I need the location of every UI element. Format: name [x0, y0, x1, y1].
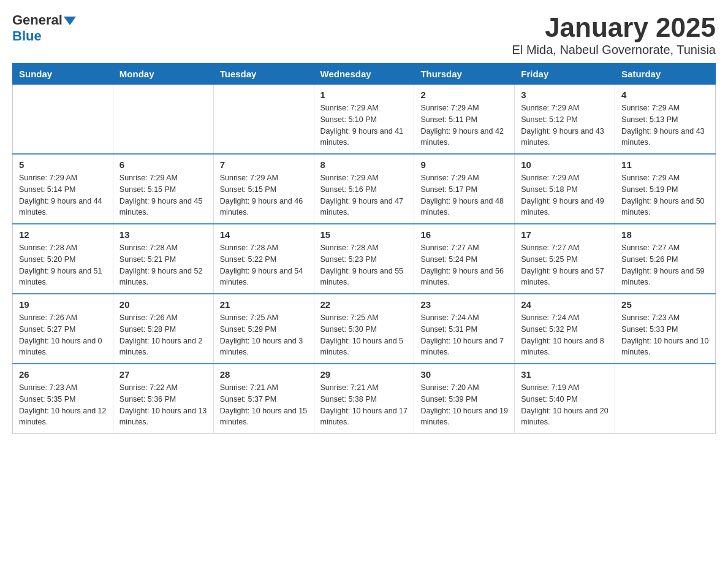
- day-number: 19: [19, 299, 107, 310]
- calendar-title: January 2025: [512, 12, 716, 43]
- day-number: 23: [420, 299, 508, 310]
- calendar-cell: 5Sunrise: 7:29 AM Sunset: 5:14 PM Daylig…: [13, 154, 113, 224]
- header-tuesday: Tuesday: [213, 64, 314, 85]
- day-info: Sunrise: 7:29 AM Sunset: 5:16 PM Dayligh…: [320, 172, 408, 218]
- calendar-cell: 2Sunrise: 7:29 AM Sunset: 5:11 PM Daylig…: [414, 85, 515, 155]
- calendar-cell: 7Sunrise: 7:29 AM Sunset: 5:15 PM Daylig…: [213, 154, 314, 224]
- calendar-week-2: 5Sunrise: 7:29 AM Sunset: 5:14 PM Daylig…: [13, 154, 716, 224]
- day-number: 15: [320, 229, 408, 240]
- header-wednesday: Wednesday: [314, 64, 414, 85]
- calendar-subtitle: El Mida, Nabeul Governorate, Tunisia: [512, 43, 716, 57]
- day-number: 5: [19, 159, 107, 170]
- calendar-cell: 18Sunrise: 7:27 AM Sunset: 5:26 PM Dayli…: [615, 224, 716, 294]
- calendar-cell: 27Sunrise: 7:22 AM Sunset: 5:36 PM Dayli…: [113, 364, 213, 434]
- calendar-cell: 26Sunrise: 7:23 AM Sunset: 5:35 PM Dayli…: [13, 364, 113, 434]
- day-info: Sunrise: 7:28 AM Sunset: 5:22 PM Dayligh…: [220, 242, 308, 288]
- calendar-cell: 4Sunrise: 7:29 AM Sunset: 5:13 PM Daylig…: [615, 85, 716, 155]
- day-number: 2: [420, 90, 508, 100]
- day-info: Sunrise: 7:27 AM Sunset: 5:24 PM Dayligh…: [420, 242, 508, 288]
- day-info: Sunrise: 7:29 AM Sunset: 5:17 PM Dayligh…: [420, 172, 508, 218]
- day-info: Sunrise: 7:25 AM Sunset: 5:29 PM Dayligh…: [220, 312, 308, 358]
- day-number: 14: [220, 229, 308, 240]
- day-number: 25: [621, 299, 709, 310]
- day-number: 10: [521, 159, 609, 170]
- calendar-cell: 23Sunrise: 7:24 AM Sunset: 5:31 PM Dayli…: [414, 294, 515, 364]
- day-number: 31: [521, 369, 609, 380]
- day-info: Sunrise: 7:24 AM Sunset: 5:32 PM Dayligh…: [521, 312, 609, 358]
- day-number: 26: [19, 369, 107, 380]
- day-info: Sunrise: 7:27 AM Sunset: 5:25 PM Dayligh…: [521, 242, 609, 288]
- day-number: 7: [220, 159, 308, 170]
- day-number: 16: [420, 229, 508, 240]
- day-info: Sunrise: 7:29 AM Sunset: 5:18 PM Dayligh…: [521, 172, 609, 218]
- logo-general-text: General: [12, 12, 63, 28]
- day-number: 20: [119, 299, 207, 310]
- calendar-cell: 13Sunrise: 7:28 AM Sunset: 5:21 PM Dayli…: [113, 224, 213, 294]
- calendar-cell: 16Sunrise: 7:27 AM Sunset: 5:24 PM Dayli…: [414, 224, 515, 294]
- calendar-cell: 3Sunrise: 7:29 AM Sunset: 5:12 PM Daylig…: [515, 85, 615, 155]
- header-monday: Monday: [113, 64, 213, 85]
- calendar-cell: 29Sunrise: 7:21 AM Sunset: 5:38 PM Dayli…: [314, 364, 414, 434]
- header-thursday: Thursday: [414, 64, 515, 85]
- day-number: 21: [220, 299, 308, 310]
- calendar-cell: 14Sunrise: 7:28 AM Sunset: 5:22 PM Dayli…: [213, 224, 314, 294]
- calendar-cell: [213, 85, 314, 155]
- calendar-cell: 21Sunrise: 7:25 AM Sunset: 5:29 PM Dayli…: [213, 294, 314, 364]
- day-info: Sunrise: 7:20 AM Sunset: 5:39 PM Dayligh…: [420, 382, 508, 428]
- calendar-header-row: SundayMondayTuesdayWednesdayThursdayFrid…: [13, 64, 716, 85]
- calendar-cell: [13, 85, 113, 155]
- calendar-cell: 20Sunrise: 7:26 AM Sunset: 5:28 PM Dayli…: [113, 294, 213, 364]
- logo-triangle-icon: [64, 17, 76, 25]
- day-info: Sunrise: 7:28 AM Sunset: 5:21 PM Dayligh…: [119, 242, 207, 288]
- calendar-week-1: 1Sunrise: 7:29 AM Sunset: 5:10 PM Daylig…: [13, 85, 716, 155]
- calendar-cell: 31Sunrise: 7:19 AM Sunset: 5:40 PM Dayli…: [515, 364, 615, 434]
- day-info: Sunrise: 7:24 AM Sunset: 5:31 PM Dayligh…: [420, 312, 508, 358]
- header-sunday: Sunday: [13, 64, 113, 85]
- day-number: 24: [521, 299, 609, 310]
- day-info: Sunrise: 7:26 AM Sunset: 5:28 PM Dayligh…: [119, 312, 207, 358]
- calendar-cell: 9Sunrise: 7:29 AM Sunset: 5:17 PM Daylig…: [414, 154, 515, 224]
- day-number: 30: [420, 369, 508, 380]
- calendar-week-5: 26Sunrise: 7:23 AM Sunset: 5:35 PM Dayli…: [13, 364, 716, 434]
- calendar-cell: 6Sunrise: 7:29 AM Sunset: 5:15 PM Daylig…: [113, 154, 213, 224]
- day-number: 4: [621, 90, 709, 100]
- day-info: Sunrise: 7:19 AM Sunset: 5:40 PM Dayligh…: [521, 382, 609, 428]
- calendar-cell: 22Sunrise: 7:25 AM Sunset: 5:30 PM Dayli…: [314, 294, 414, 364]
- calendar-cell: 11Sunrise: 7:29 AM Sunset: 5:19 PM Dayli…: [615, 154, 716, 224]
- calendar-cell: 12Sunrise: 7:28 AM Sunset: 5:20 PM Dayli…: [13, 224, 113, 294]
- day-info: Sunrise: 7:25 AM Sunset: 5:30 PM Dayligh…: [320, 312, 408, 358]
- day-number: 8: [320, 159, 408, 170]
- title-area: January 2025 El Mida, Nabeul Governorate…: [512, 12, 716, 57]
- calendar-table: SundayMondayTuesdayWednesdayThursdayFrid…: [12, 63, 716, 434]
- day-info: Sunrise: 7:28 AM Sunset: 5:23 PM Dayligh…: [320, 242, 408, 288]
- logo-blue-text: Blue: [12, 28, 42, 44]
- calendar-cell: 17Sunrise: 7:27 AM Sunset: 5:25 PM Dayli…: [515, 224, 615, 294]
- day-number: 6: [119, 159, 207, 170]
- day-info: Sunrise: 7:21 AM Sunset: 5:38 PM Dayligh…: [320, 382, 408, 428]
- calendar-cell: 15Sunrise: 7:28 AM Sunset: 5:23 PM Dayli…: [314, 224, 414, 294]
- day-number: 18: [621, 229, 709, 240]
- calendar-cell: 19Sunrise: 7:26 AM Sunset: 5:27 PM Dayli…: [13, 294, 113, 364]
- logo: General Blue: [12, 12, 76, 45]
- header-friday: Friday: [515, 64, 615, 85]
- day-number: 13: [119, 229, 207, 240]
- header-saturday: Saturday: [615, 64, 716, 85]
- calendar-cell: [113, 85, 213, 155]
- header: General Blue January 2025 El Mida, Nabeu…: [12, 12, 716, 57]
- day-info: Sunrise: 7:29 AM Sunset: 5:10 PM Dayligh…: [320, 102, 408, 148]
- day-info: Sunrise: 7:28 AM Sunset: 5:20 PM Dayligh…: [19, 242, 107, 288]
- calendar-cell: 1Sunrise: 7:29 AM Sunset: 5:10 PM Daylig…: [314, 85, 414, 155]
- calendar-cell: 30Sunrise: 7:20 AM Sunset: 5:39 PM Dayli…: [414, 364, 515, 434]
- day-number: 1: [320, 90, 408, 100]
- calendar-cell: 25Sunrise: 7:23 AM Sunset: 5:33 PM Dayli…: [615, 294, 716, 364]
- day-number: 12: [19, 229, 107, 240]
- day-number: 11: [621, 159, 709, 170]
- day-number: 3: [521, 90, 609, 100]
- calendar-cell: [615, 364, 716, 434]
- calendar-cell: 24Sunrise: 7:24 AM Sunset: 5:32 PM Dayli…: [515, 294, 615, 364]
- day-number: 28: [220, 369, 308, 380]
- calendar-week-4: 19Sunrise: 7:26 AM Sunset: 5:27 PM Dayli…: [13, 294, 716, 364]
- day-number: 27: [119, 369, 207, 380]
- day-number: 29: [320, 369, 408, 380]
- day-info: Sunrise: 7:29 AM Sunset: 5:12 PM Dayligh…: [521, 102, 609, 148]
